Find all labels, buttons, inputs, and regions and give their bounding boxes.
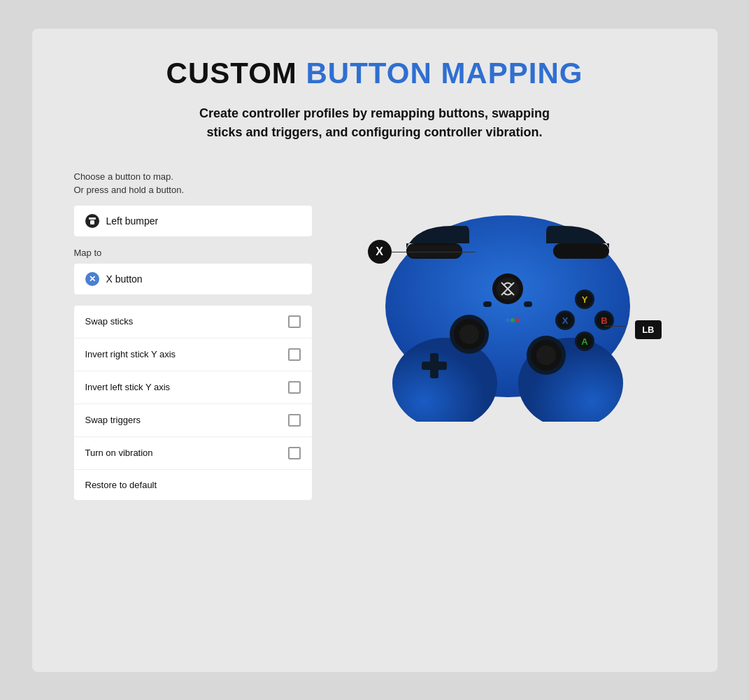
option-swap-sticks-label: Swap sticks: [85, 316, 134, 327]
option-invert-right-stick-y-label: Invert right stick Y axis: [85, 349, 176, 359]
left-panel: Choose a button to map. Or press and hol…: [74, 170, 312, 500]
option-vibration[interactable]: Turn on vibration: [74, 437, 312, 470]
option-swap-triggers-label: Swap triggers: [85, 415, 141, 425]
option-invert-right-stick-y[interactable]: Invert right stick Y axis: [74, 338, 312, 371]
svg-point-34: [506, 318, 510, 322]
map-to-selector[interactable]: ✕ X button: [74, 264, 312, 294]
main-card: CUSTOM BUTTON MAPPING Create controller …: [32, 29, 718, 672]
page-subtitle: Create controller profiles by remapping …: [74, 104, 676, 142]
svg-rect-0: [89, 217, 96, 220]
option-vibration-label: Turn on vibration: [85, 448, 153, 458]
svg-text:X: X: [562, 315, 568, 326]
invert-left-stick-y-checkbox[interactable]: [288, 381, 301, 394]
invert-right-stick-y-checkbox[interactable]: [288, 348, 301, 361]
swap-sticks-checkbox[interactable]: [288, 315, 301, 328]
svg-text:A: A: [581, 336, 588, 347]
lb-line: [604, 326, 625, 327]
map-to-value: X button: [106, 273, 143, 285]
svg-text:B: B: [601, 315, 607, 326]
options-group: Swap sticks Invert right stick Y axis In…: [74, 306, 312, 500]
vibration-checkbox[interactable]: [288, 447, 301, 459]
svg-point-10: [459, 324, 479, 344]
svg-point-15: [536, 345, 556, 365]
svg-text:Y: Y: [581, 294, 587, 305]
svg-rect-12: [422, 362, 447, 370]
option-invert-left-stick-y-label: Invert left stick Y axis: [85, 382, 171, 392]
button-selector-label: Left bumper: [106, 215, 159, 227]
controller-svg: Y B A X: [361, 198, 655, 422]
controller-container: X: [361, 198, 655, 422]
svg-rect-21: [524, 301, 532, 307]
title-blue: BUTTON MAPPING: [306, 57, 583, 90]
map-to-icon: ✕: [85, 272, 99, 286]
content-area: Choose a button to map. Or press and hol…: [74, 170, 676, 500]
x-line: [392, 252, 476, 252]
svg-point-35: [511, 318, 515, 322]
svg-rect-7: [408, 245, 462, 257]
svg-rect-6: [553, 243, 609, 259]
button-selector[interactable]: Left bumper: [74, 206, 312, 236]
svg-rect-1: [90, 220, 94, 224]
map-to-label: Map to: [74, 248, 312, 258]
swap-triggers-checkbox[interactable]: [288, 414, 301, 427]
title-black: CUSTOM: [166, 57, 297, 90]
option-invert-left-stick-y[interactable]: Invert left stick Y axis: [74, 371, 312, 404]
svg-point-36: [515, 318, 520, 322]
option-restore[interactable]: Restore to default: [74, 470, 312, 500]
option-swap-triggers[interactable]: Swap triggers: [74, 404, 312, 437]
right-panel: X: [340, 170, 676, 450]
button-selector-icon: [85, 214, 99, 228]
option-swap-sticks[interactable]: Swap sticks: [74, 306, 312, 338]
restore-label: Restore to default: [85, 480, 157, 490]
svg-rect-20: [483, 301, 492, 307]
hint-text: Choose a button to map. Or press and hol…: [74, 170, 312, 197]
page-title: CUSTOM BUTTON MAPPING: [74, 57, 676, 90]
lb-badge: LB: [635, 320, 661, 339]
x-badge: X: [368, 240, 392, 264]
